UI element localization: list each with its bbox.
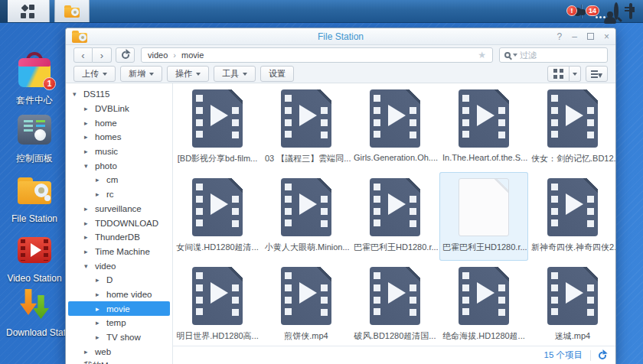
file-name: [BD影视分享bd-film... — [173, 153, 262, 164]
tree-item[interactable]: ThunderDB — [68, 230, 170, 245]
file-item[interactable]: 巴霍巴利王HD1280.r... — [439, 172, 528, 261]
tree-expander-icon[interactable] — [96, 319, 102, 327]
desktop-icon[interactable]: Download Station — [6, 286, 63, 339]
tree-item[interactable]: TDDOWNLOAD — [68, 216, 170, 230]
main-menu-button[interactable] — [8, 0, 50, 22]
tree-expander-icon[interactable] — [73, 90, 79, 98]
file-item[interactable]: 03 【議程三】雲端同... — [262, 83, 351, 172]
refresh-icon — [122, 51, 129, 59]
tree-item[interactable]: rc — [68, 187, 170, 202]
app-icon — [16, 286, 53, 321]
tree-expander-icon[interactable] — [84, 262, 90, 270]
filter-input[interactable] — [520, 50, 602, 60]
tree-item[interactable]: home — [68, 115, 170, 130]
breadcrumb-segment[interactable]: movie — [168, 50, 204, 60]
maximize-button[interactable] — [587, 33, 594, 40]
filter-caret-icon[interactable] — [513, 54, 517, 57]
toolbar-button[interactable]: 工具 — [214, 66, 256, 82]
tree-item[interactable]: movie — [68, 301, 170, 316]
tree-item[interactable]: Time Machine — [68, 245, 170, 259]
file-item[interactable]: 煎饼侠.mp4 — [262, 261, 351, 346]
file-item[interactable]: 女间谍.HD1280超清... — [173, 172, 262, 261]
tree-item[interactable]: photo — [68, 158, 170, 173]
tree-expander-icon[interactable] — [84, 148, 90, 155]
tree-item[interactable]: music — [68, 145, 170, 159]
global-search-button[interactable] — [614, 5, 619, 18]
tree-expander-icon[interactable] — [96, 190, 102, 198]
file-item[interactable]: 巴霍巴利王HD1280.r... — [351, 172, 439, 261]
taskbar-app-file-station[interactable] — [54, 0, 90, 22]
notification-count-badge: 14 — [586, 5, 599, 16]
tree-item[interactable]: DS115 — [68, 87, 170, 102]
tree-expander-icon[interactable] — [84, 219, 90, 227]
tree-expander-icon[interactable] — [84, 348, 90, 356]
desktop-icon[interactable]: 控制面板 — [6, 112, 63, 165]
toolbar-button[interactable]: 设置 — [260, 66, 294, 82]
tree-item-label: D — [106, 275, 113, 284]
view-mode-caret-button[interactable] — [570, 66, 581, 82]
tree-item[interactable]: 我的Mac — [68, 359, 170, 364]
taskbar-tray: ! 14 — [570, 0, 643, 22]
tree-expander-icon[interactable] — [84, 119, 90, 127]
tree-expander-icon[interactable] — [84, 233, 90, 241]
desktop-icon[interactable]: 1 套件中心 — [6, 54, 63, 107]
forward-button[interactable]: › — [93, 47, 112, 63]
view-mode-button[interactable] — [547, 66, 570, 82]
tree-expander-icon[interactable] — [96, 176, 102, 184]
minimize-button[interactable]: – — [572, 32, 577, 41]
tree-expander-icon[interactable] — [96, 276, 102, 284]
file-icon — [281, 178, 331, 236]
tree-item[interactable]: surveillance — [68, 202, 170, 216]
refresh-button[interactable] — [116, 47, 135, 63]
file-item[interactable]: 迷城.mp4 — [528, 261, 615, 346]
tree-item[interactable]: DVBLink — [68, 102, 170, 116]
tree-item[interactable]: TV show — [68, 330, 170, 345]
tree-expander-icon[interactable] — [84, 248, 90, 255]
toolbar-button[interactable]: 新增 — [120, 66, 162, 82]
file-item[interactable]: [BD影视分享bd-film... — [173, 83, 262, 172]
desktop-icon-label: File Station — [11, 213, 57, 224]
widgets-button[interactable] — [629, 5, 632, 18]
status-bar: 15 个项目 — [173, 346, 615, 364]
refresh-list-button[interactable] — [599, 349, 606, 362]
desktop-icon-label: 控制面板 — [16, 153, 53, 164]
filter-box[interactable] — [499, 47, 608, 63]
file-icon — [370, 267, 420, 325]
tree-item[interactable]: cm — [68, 173, 170, 187]
tree-item[interactable]: home video — [68, 288, 170, 302]
tree-item[interactable]: video — [68, 258, 170, 273]
toolbar-button[interactable]: 上传 — [73, 66, 116, 82]
file-item[interactable]: 破风.BD1280超清国... — [351, 261, 439, 346]
file-item[interactable]: 新神奇四侠.神奇四侠2... — [528, 172, 615, 261]
tree-expander-icon[interactable] — [96, 305, 102, 313]
tree-expander-icon[interactable] — [84, 162, 90, 170]
tree-expander-icon[interactable] — [84, 133, 90, 141]
desktop-icon[interactable]: Video Station — [6, 232, 63, 284]
tree-item[interactable]: D — [68, 273, 170, 288]
breadcrumb-segment[interactable]: video — [148, 50, 168, 60]
tree-expander-icon[interactable] — [84, 105, 90, 112]
tree-expander-icon[interactable] — [96, 333, 102, 341]
toolbar-button[interactable]: 操作 — [167, 66, 209, 82]
file-item[interactable]: 小黄人大眼萌.Minion... — [262, 172, 351, 261]
tree-item[interactable]: temp — [68, 316, 170, 330]
bookmark-star-icon[interactable]: ★ — [478, 50, 486, 60]
tree-item-label: TV show — [106, 333, 141, 342]
sort-button[interactable] — [586, 66, 608, 82]
breadcrumb[interactable]: videomovie ★ — [141, 47, 493, 63]
window-titlebar[interactable]: File Station ? – × — [66, 28, 615, 45]
help-button[interactable]: ? — [557, 32, 563, 41]
tree-item[interactable]: web — [68, 344, 170, 359]
desktop-icon[interactable]: File Station — [6, 172, 63, 225]
tree-item[interactable]: homes — [68, 130, 170, 145]
file-item[interactable]: 绝命海拔.HD1280超... — [439, 261, 528, 346]
file-item[interactable]: Girls.Generation.Oh.... — [351, 83, 439, 172]
file-item[interactable]: In.The.Heart.of.the.S... — [439, 83, 528, 172]
tree-expander-icon[interactable] — [84, 205, 90, 213]
close-button[interactable]: × — [604, 32, 609, 41]
tree-expander-icon[interactable] — [96, 291, 102, 298]
file-name: 小黄人大眼萌.Minion... — [262, 242, 351, 253]
back-button[interactable]: ‹ — [73, 47, 93, 63]
file-item[interactable]: 侠女：剑的记忆.BD12... — [528, 83, 615, 172]
file-item[interactable]: 明日世界.HD1280高... — [173, 261, 262, 346]
